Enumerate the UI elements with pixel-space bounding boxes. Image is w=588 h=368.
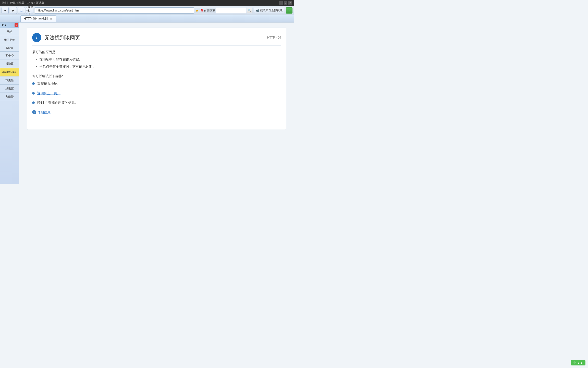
capture-icon: 📹 — [256, 9, 259, 12]
title-bar-controls: — □ ✕ — [279, 1, 292, 5]
details-label: 详细信息 — [37, 109, 51, 115]
error-title: 无法找到该网页 — [44, 34, 80, 41]
sidebar-header: Tes × — [0, 22, 19, 28]
sidebar-item-weibo[interactable]: 方微博 — [0, 93, 19, 101]
action-item-3: 转到 并查找你想要的信息。 — [32, 100, 281, 106]
download-button[interactable]: ↓ — [286, 7, 292, 14]
details-arrow-icon: ▼ — [32, 110, 36, 114]
minimize-button[interactable]: — — [279, 1, 283, 5]
search-area: 百 百度搜索 🔍 — [200, 8, 252, 13]
details-button[interactable]: ▼ 详细信息 — [32, 109, 281, 115]
error-header: i 无法找到该网页 HTTP 404 — [32, 33, 281, 45]
content-area: i 无法找到该网页 HTTP 404 最可能的原因是: 在地址中可能存在键入错误… — [19, 22, 294, 184]
bookmark-star-button[interactable]: ★ — [195, 8, 199, 13]
sidebar-toggle-button[interactable]: ≡ 收藏栏(B) — [26, 7, 33, 14]
sidebar-items: 网站 我的书签 Nano 客中心 报协议 存和Cookie 本更新 好设置 — [0, 28, 19, 101]
toolbar-right: ★ 百 百度搜索 🔍 📹 截取本页全部视频 ↓ — [195, 7, 292, 14]
main-layout: Tes × 网站 我的书签 Nano 客中心 报协议 存和Cookie 本 — [0, 22, 294, 184]
title-bar: 找到 - 碎鼠浏览器 - 0.4.9.3 正式版 — □ ✕ — [0, 0, 294, 6]
back-link[interactable]: 返回到上一页。 — [37, 90, 60, 96]
action-list: 重新键入地址。 返回到上一页。 转到 并查找你想要的信息。 — [32, 81, 281, 106]
sidebar-item-update[interactable]: 本更新 — [0, 76, 19, 85]
nav-bar: ◄ ► ⌂ ≡ 收藏栏(B) ★ 百 百度搜索 🔍 📹 截取本页全部视频 ↓ — [0, 6, 294, 15]
action-item-2: 返回到上一页。 — [32, 90, 281, 96]
sidebar-item-cookie[interactable]: 存和Cookie — [0, 68, 19, 76]
sidebar-item-protocol[interactable]: 报协议 — [0, 60, 19, 68]
action-section: 你可以尝试以下操作: 重新键入地址。 返回到上一页。 转到 并查找你想要 — [32, 73, 281, 106]
cause-list: 在地址中可能存在键入错误。 当你点击某个链接时，它可能已过期。 — [32, 56, 281, 70]
title-bar-left: 找到 - 碎鼠浏览器 - 0.4.9.3 正式版 — [2, 1, 44, 5]
sidebar-item-website[interactable]: 网站 — [0, 28, 19, 36]
sidebar-close-button[interactable]: × — [15, 23, 18, 27]
sidebar-item-bookmarks[interactable]: 我的书签 — [0, 36, 19, 44]
sidebar-item-center[interactable]: 客中心 — [0, 52, 19, 60]
cause-item-1: 在地址中可能存在键入错误。 — [36, 56, 281, 62]
back-button[interactable]: ◄ — [2, 7, 9, 14]
sidebar-menu-label: 收藏栏(B) — [28, 5, 33, 15]
forward-button[interactable]: ► — [10, 7, 17, 14]
capture-video-button[interactable]: 📹 截取本页全部视频 — [254, 8, 284, 13]
http-code: HTTP 404 — [267, 36, 281, 39]
bullet-icon-1 — [32, 82, 35, 85]
bullet-icon-3 — [32, 101, 35, 104]
search-button[interactable]: 🔍 — [247, 8, 252, 13]
info-icon: i — [32, 33, 41, 42]
tab-close-button[interactable]: × — [49, 17, 53, 21]
cause-section: 最可能的原因是: 在地址中可能存在键入错误。 当你点击某个链接时，它可能已过期。 — [32, 49, 281, 70]
sidebar-item-settings[interactable]: 好设置 — [0, 85, 19, 93]
error-body: 最可能的原因是: 在地址中可能存在键入错误。 当你点击某个链接时，它可能已过期。… — [32, 49, 281, 115]
search-input[interactable] — [216, 8, 246, 13]
title-text: 找到 - 碎鼠浏览器 - 0.4.9.3 正式版 — [2, 1, 44, 5]
sidebar-item-nano[interactable]: Nano — [0, 44, 19, 52]
capture-label: 截取本页全部视频 — [260, 8, 283, 12]
download-icon: ↓ — [288, 9, 290, 12]
address-input[interactable] — [36, 9, 192, 12]
cause-item-2: 当你点击某个链接时，它可能已过期。 — [36, 64, 281, 70]
bullet-icon-2 — [32, 92, 35, 95]
address-bar[interactable] — [34, 7, 194, 14]
action-item-1: 重新键入地址。 — [32, 81, 281, 87]
home-button[interactable]: ⌂ — [18, 7, 25, 14]
tab-label: HTTP 404 未找到 — [24, 17, 48, 21]
tab-item[interactable]: HTTP 404 未找到 × — [20, 15, 56, 22]
error-page: i 无法找到该网页 HTTP 404 最可能的原因是: 在地址中可能存在键入错误… — [27, 28, 286, 130]
close-window-button[interactable]: ✕ — [288, 1, 292, 5]
action-header: 你可以尝试以下操作: — [32, 73, 281, 79]
tab-bar: HTTP 404 未找到 × — [0, 15, 294, 22]
sidebar: Tes × 网站 我的书签 Nano 客中心 报协议 存和Cookie 本 — [0, 22, 19, 184]
maximize-button[interactable]: □ — [284, 1, 287, 5]
search-engine-label: 百 百度搜索 — [200, 8, 215, 13]
cause-header: 最可能的原因是: — [32, 49, 281, 55]
sidebar-header-label: Tes — [2, 24, 6, 27]
